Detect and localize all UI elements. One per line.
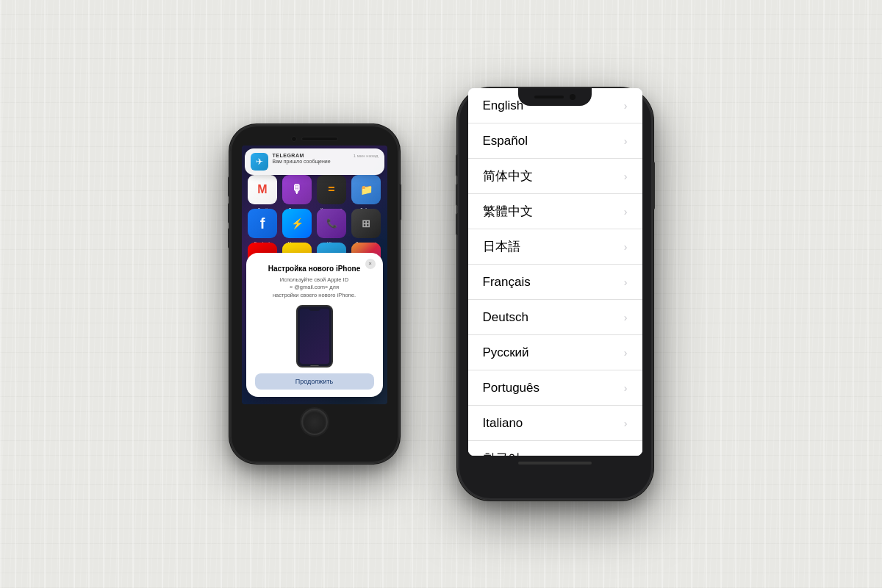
chevron-right-icon: › (624, 312, 628, 323)
iphonex-screen: English›Español›简体中文›繁體中文›日本語›Français›D… (468, 88, 642, 456)
language-name: Deutsch (483, 310, 528, 325)
chevron-right-icon: › (624, 453, 628, 456)
language-item-8[interactable]: Português› (468, 370, 642, 406)
language-item-10[interactable]: 한국어› (468, 441, 642, 456)
messenger-app-icon[interactable] (282, 209, 312, 238)
dialog-body: Используйте свой Apple ID « @gmail.com» … (255, 276, 374, 300)
language-item-1[interactable]: Español› (468, 123, 642, 159)
chevron-right-icon: › (624, 171, 628, 182)
language-list: English›Español›简体中文›繁體中文›日本語›Français›D… (468, 88, 642, 456)
language-item-5[interactable]: Français› (468, 265, 642, 300)
language-item-7[interactable]: Русский› (468, 335, 642, 370)
files-app-icon[interactable] (351, 175, 381, 204)
chevron-right-icon: › (624, 241, 628, 253)
notification-time: 1 мин назад (354, 154, 379, 158)
telegram-notification-banner[interactable]: ✈ TELEGRAM 1 мин назад Вам пришло сообще… (245, 148, 384, 175)
calculator-app-icon[interactable] (317, 175, 346, 204)
list-item[interactable]: Подкасты (282, 175, 312, 204)
preview-notch (309, 306, 320, 311)
dialog-title: Настройка нового iPhone (255, 265, 374, 273)
language-item-2[interactable]: 简体中文› (468, 159, 642, 194)
chevron-right-icon: › (624, 135, 628, 147)
language-name: Português (483, 381, 540, 395)
list-item[interactable]: Facebook (248, 209, 278, 238)
notification-app-name: TELEGRAM (273, 153, 304, 158)
chevron-right-icon: › (624, 276, 628, 288)
preview-phone-frame (296, 305, 333, 368)
list-item[interactable]: Messenger (282, 209, 312, 238)
language-item-6[interactable]: Deutsch› (468, 300, 642, 335)
language-name: Русский (483, 345, 529, 360)
iphone8-top-bar (230, 125, 399, 146)
chevron-right-icon: › (624, 100, 628, 112)
language-name: English (483, 98, 524, 113)
language-name: 日本語 (483, 238, 520, 255)
chevron-right-icon: › (624, 206, 628, 218)
chevron-right-icon: › (624, 347, 628, 359)
telegram-notif-icon: ✈ (251, 153, 268, 171)
dialog-close-button[interactable]: × (365, 259, 376, 269)
notification-header: TELEGRAM 1 мин назад (273, 153, 379, 158)
preview-home-bar (310, 365, 319, 368)
list-item[interactable]: Gmail (248, 175, 278, 204)
notch-camera (570, 94, 576, 100)
language-name: 한국어 (483, 450, 520, 456)
additions-app-icon[interactable] (351, 209, 381, 238)
list-item[interactable]: Дополнения (351, 209, 381, 238)
iphonex-device: English›Español›简体中文›繁體中文›日本語›Français›D… (458, 88, 653, 500)
iphone8-device: Gmail Подкасты Калькулятор Файлы Faceboo… (230, 125, 399, 463)
list-item[interactable]: Файлы (351, 175, 381, 204)
continue-button[interactable]: Продолжить (255, 373, 374, 390)
list-item[interactable]: Калькулятор (317, 175, 347, 204)
home-button[interactable] (301, 409, 328, 435)
earpiece-speaker (301, 137, 338, 141)
dialog-phone-preview (296, 305, 333, 368)
gmail-app-icon[interactable] (248, 175, 277, 204)
front-camera (291, 136, 297, 142)
list-item[interactable]: Viber (317, 209, 347, 238)
podcasts-app-icon[interactable] (282, 175, 312, 204)
language-name: Français (483, 275, 531, 290)
iphonex-notch (518, 88, 592, 106)
chevron-right-icon: › (624, 417, 628, 429)
language-name: 简体中文 (483, 168, 533, 184)
language-name: Español (483, 134, 528, 148)
preview-screen (300, 309, 329, 364)
notification-content: TELEGRAM 1 мин назад Вам пришло сообщени… (273, 153, 379, 164)
setup-iphone-dialog: × Настройка нового iPhone Используйте св… (246, 253, 383, 398)
notification-message: Вам пришло сообщение (273, 159, 379, 164)
language-item-9[interactable]: Italiano› (468, 406, 642, 441)
language-item-4[interactable]: 日本語› (468, 229, 642, 265)
language-item-3[interactable]: 繁體中文› (468, 194, 642, 229)
language-name: 繁體中文 (483, 203, 533, 220)
facebook-app-icon[interactable] (248, 209, 277, 238)
viber-app-icon[interactable] (317, 209, 346, 238)
notch-speaker (534, 96, 564, 98)
language-name: Italiano (483, 416, 523, 431)
chevron-right-icon: › (624, 382, 628, 394)
iphone8-screen: Gmail Подкасты Калькулятор Файлы Faceboo… (242, 146, 387, 404)
home-indicator[interactable] (518, 462, 592, 465)
